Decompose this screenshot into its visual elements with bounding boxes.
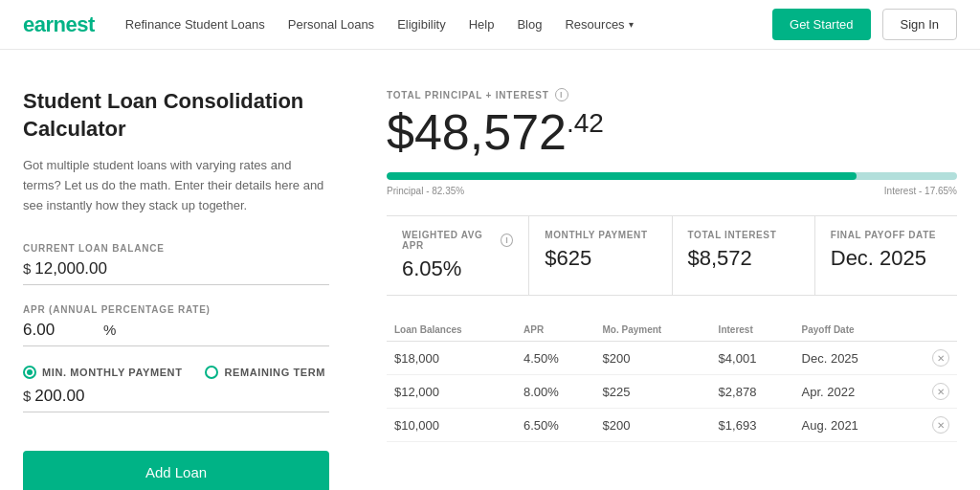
cell-payoff: Apr. 2022 (794, 375, 906, 409)
radio-circle-filled (23, 366, 36, 379)
nav-personal-loans[interactable]: Personal Loans (288, 17, 374, 32)
logo: earnest (23, 12, 95, 37)
apr-group: APR (ANNUAL PERCENTAGE RATE) % (23, 304, 329, 346)
cell-apr: 8.00% (516, 375, 594, 409)
loan-balance-group: CURRENT LOAN BALANCE $ (23, 243, 329, 285)
stat-weighted-apr-value: 6.05% (402, 256, 513, 281)
cell-apr: 4.50% (516, 342, 594, 375)
cell-balance: $10,000 (387, 409, 516, 442)
nav-resources[interactable]: Resources ▾ (565, 17, 633, 32)
add-loan-button[interactable]: Add Loan (23, 451, 329, 490)
total-info-icon[interactable]: i (555, 88, 568, 101)
nav-help[interactable]: Help (469, 17, 495, 32)
weighted-apr-info-icon[interactable]: i (501, 234, 513, 247)
col-interest: Interest (711, 319, 794, 342)
nav-refinance[interactable]: Refinance Student Loans (125, 17, 265, 32)
navbar: earnest Refinance Student Loans Personal… (0, 0, 980, 50)
min-payment-currency: $ (23, 388, 31, 404)
total-amount: $48,572.42 (387, 107, 957, 157)
total-cents: .42 (567, 108, 604, 138)
stat-total-interest-value: $8,572 (688, 246, 799, 271)
progress-interest-label: Interest - 17.65% (884, 186, 957, 196)
cell-interest: $4,001 (711, 342, 794, 375)
cell-interest: $2,878 (711, 375, 794, 409)
stat-payoff-date-label: FINAL PAYOFF DATE (831, 230, 942, 240)
total-dollars: $48,572 (387, 104, 567, 160)
col-apr: APR (516, 319, 594, 342)
col-actions (906, 319, 957, 342)
calculator-title: Student Loan Consolidation Calculator (23, 88, 329, 143)
cell-balance: $12,000 (387, 375, 516, 409)
progress-bar-fill (387, 172, 857, 180)
percent-sign: % (103, 322, 116, 338)
stat-monthly-payment-value: $625 (545, 246, 656, 271)
apr-label: APR (ANNUAL PERCENTAGE RATE) (23, 304, 329, 315)
radio-row: MIN. MONTHLY PAYMENT REMAINING TERM (23, 366, 329, 379)
stat-total-interest-label: TOTAL INTEREST (688, 230, 799, 240)
apr-input[interactable] (23, 321, 100, 340)
col-mo-payment: Mo. Payment (594, 319, 710, 342)
min-monthly-payment-radio[interactable]: MIN. MONTHLY PAYMENT (23, 366, 182, 379)
radio-circle-empty (205, 366, 218, 379)
delete-loan-button[interactable]: ✕ (932, 416, 949, 434)
stats-row: WEIGHTED AVG APR i 6.05% MONTHLY PAYMENT… (387, 215, 957, 296)
remaining-term-radio[interactable]: REMAINING TERM (205, 366, 325, 379)
cell-interest: $1,693 (711, 409, 794, 442)
left-panel: Student Loan Consolidation Calculator Go… (23, 88, 329, 490)
nav-links: Refinance Student Loans Personal Loans E… (125, 17, 772, 32)
delete-loan-button[interactable]: ✕ (932, 349, 949, 367)
cell-payoff: Dec. 2025 (794, 342, 906, 375)
nav-eligibility[interactable]: Eligibility (397, 17, 446, 32)
cell-payment: $200 (594, 342, 710, 375)
col-loan-balances: Loan Balances (387, 319, 516, 342)
progress-principal-label: Principal - 82.35% (387, 186, 464, 196)
table-row: $10,000 6.50% $200 $1,693 Aug. 2021 ✕ (387, 409, 957, 442)
main-content: Student Loan Consolidation Calculator Go… (0, 50, 980, 490)
loan-balance-input-row: $ (23, 259, 329, 285)
stat-monthly-payment-label: MONTHLY PAYMENT (545, 230, 656, 240)
total-label: TOTAL PRINCIPAL + INTEREST i (387, 88, 957, 101)
get-started-button[interactable]: Get Started (772, 9, 870, 40)
cell-payment: $200 (594, 409, 710, 442)
nav-actions: Get Started Sign In (772, 9, 957, 40)
progress-labels: Principal - 82.35% Interest - 17.65% (387, 186, 957, 196)
stat-weighted-apr-label: WEIGHTED AVG APR i (402, 230, 513, 251)
table-row: $12,000 8.00% $225 $2,878 Apr. 2022 ✕ (387, 375, 957, 409)
currency-sign: $ (23, 260, 31, 277)
stat-payoff-date-value: Dec. 2025 (831, 246, 942, 271)
delete-loan-button[interactable]: ✕ (932, 383, 949, 400)
payment-type-group: MIN. MONTHLY PAYMENT REMAINING TERM $ (23, 366, 329, 412)
loan-table: Loan Balances APR Mo. Payment Interest P… (387, 319, 957, 442)
min-payment-input-row: $ (23, 387, 329, 412)
calculator-description: Got multiple student loans with varying … (23, 156, 329, 215)
sign-in-button[interactable]: Sign In (882, 9, 957, 40)
loan-balance-input[interactable] (34, 259, 329, 278)
cell-apr: 6.50% (516, 409, 594, 442)
stat-total-interest: TOTAL INTEREST $8,572 (673, 216, 815, 295)
table-row: $18,000 4.50% $200 $4,001 Dec. 2025 ✕ (387, 342, 957, 375)
chevron-down-icon: ▾ (629, 19, 634, 30)
progress-bar (387, 172, 957, 180)
apr-input-row: % (23, 321, 329, 346)
nav-blog[interactable]: Blog (517, 17, 542, 32)
cell-balance: $18,000 (387, 342, 516, 375)
cell-payment: $225 (594, 375, 710, 409)
loan-balance-label: CURRENT LOAN BALANCE (23, 243, 329, 254)
cell-delete: ✕ (906, 409, 957, 442)
col-payoff-date: Payoff Date (794, 319, 906, 342)
cell-delete: ✕ (906, 375, 957, 409)
stat-weighted-apr: WEIGHTED AVG APR i 6.05% (387, 216, 529, 295)
cell-delete: ✕ (906, 342, 957, 375)
right-panel: TOTAL PRINCIPAL + INTEREST i $48,572.42 … (387, 88, 957, 490)
cell-payoff: Aug. 2021 (794, 409, 906, 442)
min-payment-input[interactable] (34, 387, 329, 406)
stat-payoff-date: FINAL PAYOFF DATE Dec. 2025 (815, 216, 957, 295)
table-header-row: Loan Balances APR Mo. Payment Interest P… (387, 319, 957, 342)
stat-monthly-payment: MONTHLY PAYMENT $625 (529, 216, 672, 295)
